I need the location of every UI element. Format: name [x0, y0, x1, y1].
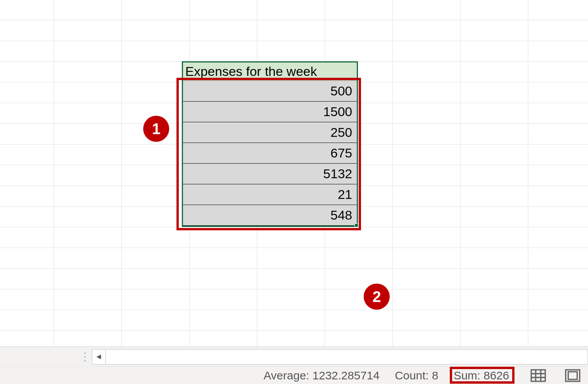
drag-handle-icon[interactable]: ⋮: [80, 350, 87, 363]
average-label: Average:: [263, 369, 309, 382]
normal-view-button[interactable]: [530, 368, 547, 383]
fill-handle[interactable]: [354, 223, 358, 227]
status-sum[interactable]: Sum: 8626: [454, 369, 509, 382]
page-layout-icon: [565, 369, 580, 382]
average-value: 1232.285714: [312, 369, 379, 382]
sum-value: 8626: [483, 369, 509, 382]
svg-rect-0: [531, 370, 546, 381]
sum-label: Sum:: [454, 369, 480, 382]
table-row[interactable]: 548: [183, 205, 357, 226]
svg-rect-6: [568, 372, 577, 379]
status-bar: Average: 1232.285714 Count: 8 Sum: 8626: [0, 366, 588, 384]
sheet-tab-strip: ⋮ ◄: [0, 346, 588, 366]
selected-range[interactable]: Expenses for the week 500 1500 250 675 5…: [182, 61, 358, 227]
count-label: Count:: [395, 369, 428, 382]
spreadsheet-area[interactable]: Expenses for the week 500 1500 250 675 5…: [0, 0, 588, 346]
table-row[interactable]: 675: [183, 143, 357, 164]
scroll-left-button[interactable]: ◄: [92, 349, 106, 364]
view-buttons: [530, 368, 581, 383]
table-row[interactable]: 1500: [183, 102, 357, 122]
status-stats: Average: 1232.285714 Count: 8 Sum: 8626: [263, 369, 509, 382]
table-row[interactable]: 21: [183, 184, 357, 205]
caret-left-icon: ◄: [95, 352, 103, 361]
page-layout-view-button[interactable]: [564, 368, 581, 383]
grid-view-icon: [531, 369, 546, 382]
status-average[interactable]: Average: 1232.285714: [263, 369, 379, 382]
table-row[interactable]: 250: [183, 122, 357, 143]
table-header-cell[interactable]: Expenses for the week: [183, 62, 357, 81]
count-value: 8: [432, 369, 438, 382]
horizontal-scrollbar[interactable]: [106, 349, 588, 364]
table-row[interactable]: 5132: [183, 164, 357, 184]
status-count[interactable]: Count: 8: [395, 369, 438, 382]
table-row[interactable]: 500: [183, 81, 357, 102]
